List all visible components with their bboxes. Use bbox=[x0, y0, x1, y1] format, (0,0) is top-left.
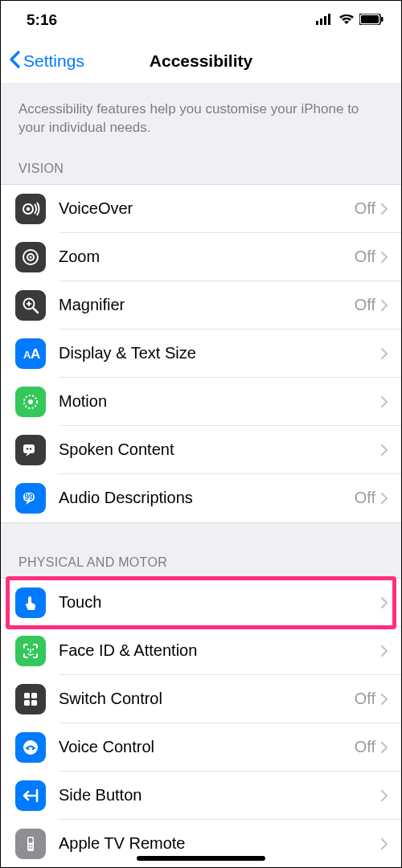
row-magnifier[interactable]: Magnifier Off bbox=[1, 281, 401, 330]
row-label: VoiceOver bbox=[59, 199, 355, 218]
svg-rect-28 bbox=[31, 693, 37, 698]
back-label: Settings bbox=[23, 51, 84, 71]
row-label: Display & Text Size bbox=[59, 344, 375, 362]
row-label: Magnifier bbox=[59, 296, 355, 314]
chevron-right-icon bbox=[380, 492, 388, 505]
home-indicator[interactable] bbox=[137, 856, 265, 861]
svg-rect-30 bbox=[31, 700, 37, 706]
status-bar: 5:16 bbox=[1, 1, 401, 39]
chevron-right-icon bbox=[380, 203, 388, 215]
svg-point-32 bbox=[27, 748, 30, 751]
svg-point-26 bbox=[32, 649, 34, 650]
chevron-right-icon bbox=[380, 596, 388, 609]
voice-control-icon bbox=[15, 732, 46, 763]
chevron-right-icon bbox=[380, 645, 388, 657]
chevron-right-icon bbox=[380, 693, 388, 706]
faceid-icon bbox=[15, 636, 46, 666]
magnifier-icon bbox=[15, 290, 46, 321]
svg-rect-5 bbox=[361, 15, 379, 23]
svg-point-33 bbox=[32, 748, 35, 751]
svg-point-11 bbox=[30, 256, 32, 258]
svg-point-25 bbox=[27, 649, 29, 650]
spoken-content-icon bbox=[15, 435, 46, 465]
svg-text:99: 99 bbox=[24, 493, 34, 502]
group-motor: Touch Face ID & Attention Switch Control… bbox=[1, 578, 401, 868]
svg-rect-1 bbox=[320, 18, 322, 25]
row-label: Voice Control bbox=[59, 738, 355, 756]
svg-rect-20 bbox=[23, 444, 35, 453]
wifi-icon bbox=[338, 11, 355, 29]
svg-point-38 bbox=[29, 845, 31, 846]
chevron-right-icon bbox=[380, 444, 388, 457]
audio-descriptions-icon: 99 bbox=[15, 483, 46, 514]
svg-rect-0 bbox=[316, 21, 318, 25]
svg-rect-27 bbox=[24, 693, 30, 698]
svg-line-13 bbox=[33, 308, 38, 313]
chevron-right-icon bbox=[380, 251, 388, 264]
svg-point-31 bbox=[23, 740, 38, 755]
svg-rect-29 bbox=[24, 700, 30, 706]
apple-tv-remote-icon bbox=[15, 829, 46, 859]
row-value: Off bbox=[355, 199, 375, 218]
row-audio-descriptions[interactable]: 99 Audio Descriptions Off bbox=[1, 474, 401, 522]
touch-icon bbox=[15, 588, 46, 618]
switch-control-icon bbox=[15, 684, 46, 714]
svg-point-8 bbox=[27, 207, 31, 211]
chevron-right-icon bbox=[380, 789, 388, 802]
cellular-icon bbox=[316, 11, 334, 29]
row-touch[interactable]: Touch bbox=[1, 579, 401, 627]
row-label: Audio Descriptions bbox=[59, 489, 355, 507]
row-faceid-attention[interactable]: Face ID & Attention bbox=[1, 627, 401, 675]
nav-bar: Settings Accessibility bbox=[1, 39, 401, 83]
intro-text: Accessibility features help you customis… bbox=[1, 83, 401, 157]
motion-icon bbox=[15, 387, 46, 417]
chevron-left-icon bbox=[9, 51, 20, 72]
row-zoom[interactable]: Zoom Off bbox=[1, 233, 401, 281]
content: Accessibility features help you customis… bbox=[1, 83, 401, 868]
row-label: Switch Control bbox=[59, 690, 355, 708]
row-display-text-size[interactable]: AA Display & Text Size bbox=[1, 330, 401, 378]
row-voiceover[interactable]: VoiceOver Off bbox=[1, 185, 401, 233]
row-switch-control[interactable]: Switch Control Off bbox=[1, 675, 401, 723]
svg-rect-3 bbox=[328, 14, 330, 25]
svg-rect-37 bbox=[29, 837, 33, 842]
row-label: Spoken Content bbox=[59, 440, 375, 459]
status-indicators bbox=[316, 11, 384, 29]
chevron-right-icon bbox=[380, 299, 388, 312]
row-voice-control[interactable]: Voice Control Off bbox=[1, 723, 401, 772]
row-label: Motion bbox=[59, 392, 375, 411]
svg-point-22 bbox=[30, 448, 32, 450]
section-header-vision: VISION bbox=[1, 157, 401, 184]
row-value: Off bbox=[355, 690, 375, 708]
row-value: Off bbox=[355, 738, 375, 756]
svg-point-41 bbox=[31, 847, 33, 849]
svg-rect-6 bbox=[381, 17, 384, 22]
row-value: Off bbox=[355, 248, 375, 266]
voiceover-icon bbox=[15, 194, 46, 224]
chevron-right-icon bbox=[380, 741, 388, 754]
chevron-right-icon bbox=[380, 395, 388, 408]
svg-text:A: A bbox=[31, 346, 40, 362]
section-header-motor: PHYSICAL AND MOTOR bbox=[1, 551, 401, 578]
text-size-icon: AA bbox=[15, 338, 46, 369]
chevron-right-icon bbox=[380, 347, 388, 360]
row-label: Face ID & Attention bbox=[59, 641, 375, 660]
row-label: Touch bbox=[59, 593, 375, 612]
row-side-button[interactable]: Side Button bbox=[1, 772, 401, 820]
svg-point-39 bbox=[31, 845, 33, 846]
row-spoken-content[interactable]: Spoken Content bbox=[1, 426, 401, 474]
battery-icon bbox=[359, 11, 384, 29]
svg-point-21 bbox=[27, 448, 29, 450]
row-motion[interactable]: Motion bbox=[1, 378, 401, 426]
row-label: Zoom bbox=[59, 248, 355, 266]
chevron-right-icon bbox=[380, 837, 388, 850]
svg-rect-2 bbox=[324, 16, 326, 25]
row-label: Side Button bbox=[59, 786, 375, 805]
zoom-icon bbox=[15, 242, 46, 272]
status-time: 5:16 bbox=[27, 11, 57, 29]
row-value: Off bbox=[355, 489, 375, 507]
svg-point-19 bbox=[28, 399, 33, 404]
row-label: Apple TV Remote bbox=[59, 834, 375, 853]
row-value: Off bbox=[355, 296, 375, 314]
back-button[interactable]: Settings bbox=[1, 51, 84, 72]
